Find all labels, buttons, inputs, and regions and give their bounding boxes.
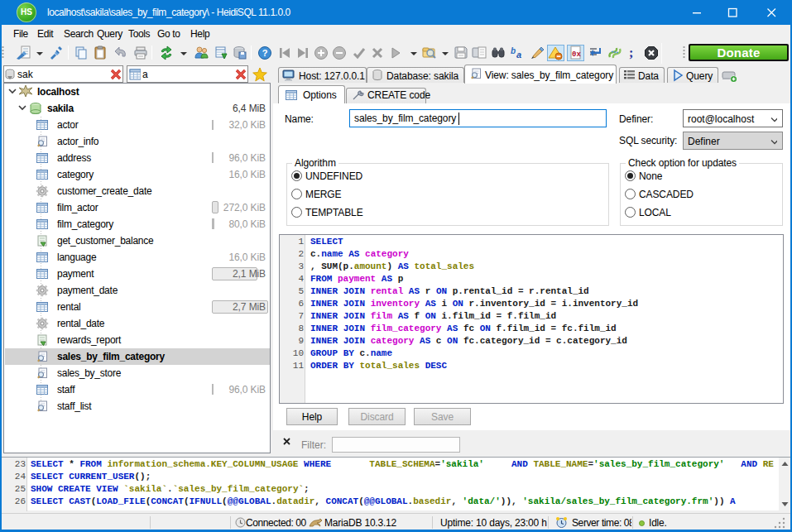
svg-text:?: ? bbox=[262, 48, 268, 58]
svg-text:a: a bbox=[516, 50, 521, 60]
svg-text:0x: 0x bbox=[572, 50, 581, 59]
svg-text:b: b bbox=[511, 46, 516, 55]
svg-text:;: ; bbox=[629, 46, 633, 60]
